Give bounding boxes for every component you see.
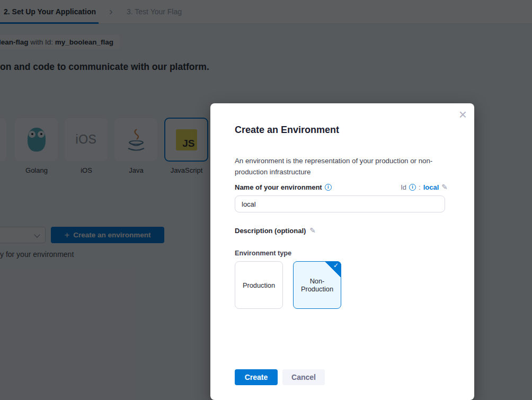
description-optional-label: Description (optional) [235, 227, 306, 235]
create-button[interactable]: Create [235, 369, 278, 385]
selected-corner-badge: ✓ [325, 261, 341, 278]
environment-type-non-production[interactable]: Non-Production ✓ [293, 261, 341, 309]
info-icon[interactable]: i [325, 184, 332, 191]
environment-type-production[interactable]: Production [235, 261, 283, 309]
environment-id-row: Id i : local ✎ [401, 183, 448, 191]
type-card-label: Production [243, 281, 275, 289]
info-icon[interactable]: i [409, 184, 416, 191]
cancel-button[interactable]: Cancel [282, 369, 325, 385]
create-environment-modal: × Create an Environment An environment i… [210, 103, 474, 400]
environment-name-input[interactable] [235, 195, 445, 212]
id-label: Id [401, 183, 406, 191]
type-card-label: Non-Production [300, 277, 334, 293]
close-icon[interactable]: × [459, 108, 467, 121]
check-icon: ✓ [333, 262, 339, 269]
edit-id-icon[interactable]: ✎ [441, 183, 448, 191]
modal-description: An environment is the representation of … [235, 155, 448, 177]
environment-name-label: Name of your environment i [235, 183, 332, 191]
edit-description-icon[interactable]: ✎ [309, 226, 316, 235]
id-separator: : [419, 183, 421, 191]
modal-title: Create an Environment [235, 125, 448, 136]
environment-id-value: local [423, 183, 439, 191]
environment-type-label: Environment type [235, 250, 448, 257]
